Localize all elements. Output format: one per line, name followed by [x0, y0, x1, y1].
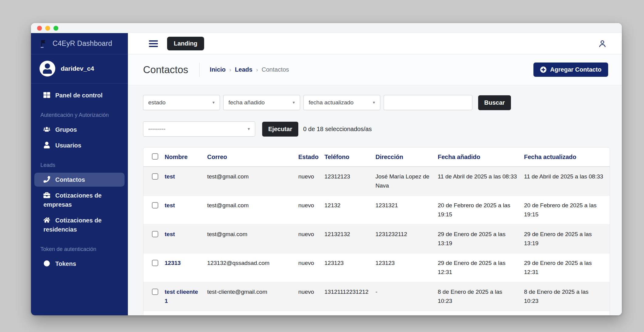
selection-status: 0 de 18 seleccionados/as — [303, 126, 372, 133]
cell-fecha-actualizado: 27 de Diciembre de 2024 a — [524, 311, 610, 316]
contact-name-link[interactable]: test clieente 1 — [165, 289, 198, 304]
account-icon[interactable] — [598, 39, 607, 48]
add-contact-button[interactable]: Agregar Contacto — [533, 63, 608, 77]
contact-name-link[interactable]: test — [165, 202, 175, 208]
filter-fecha-anadido-select[interactable]: fecha añadido ▼ — [223, 95, 300, 110]
minimize-window-button[interactable] — [45, 26, 50, 31]
user-avatar-icon — [39, 61, 55, 76]
chevron-down-icon: ▼ — [292, 100, 296, 105]
table-header-row: Nombre Correo Estado Teléfono Dirección … — [143, 147, 610, 167]
breadcrumb: Inicio › Leads › Contactos — [210, 66, 289, 73]
cell-estado: nuevo — [298, 253, 324, 282]
sidebar-item-label: Cotizaciones de empresas — [43, 192, 101, 208]
row-checkbox[interactable] — [152, 289, 158, 295]
cell-estado: nuevo — [298, 167, 324, 196]
cell-fecha-anadido: 29 de Enero de 2025 a las 12:31 — [438, 253, 524, 282]
cell-estado: nuevo — [298, 196, 324, 225]
page-title: Contactos — [143, 64, 188, 76]
cell-telefono: 123123 — [324, 253, 375, 282]
row-checkbox[interactable] — [152, 231, 158, 237]
cell-direccion: 1231232112 — [375, 225, 438, 253]
table-row: test test@gmail.com nuevo 12312123 José … — [143, 167, 610, 196]
sidebar-item-grupos[interactable]: Grupos — [34, 123, 125, 137]
cell-fecha-actualizado: 29 de Enero de 2025 a las 13:19 — [524, 225, 610, 253]
contact-name-link[interactable]: test — [165, 173, 175, 180]
cell-correo: test@gmail.com — [207, 196, 298, 225]
page-header: Contactos Inicio › Leads › Contactos Agr… — [128, 54, 622, 85]
filter-row: estado ▼ fecha añadido ▼ fecha actualiza… — [143, 95, 610, 110]
cell-estado: nuevo — [298, 311, 324, 316]
contact-name-link[interactable]: test — [165, 231, 175, 237]
app-window: C4EyR Dashboard daridev_c4 Panel de cont… — [31, 23, 622, 315]
filter-fecha-actualizado-select[interactable]: fecha actualizado ▼ — [303, 95, 380, 110]
main-area: Landing Contactos Inicio › Leads — [128, 33, 622, 315]
cell-fecha-anadido: 20 de Febrero de 2025 a las 19:15 — [438, 196, 524, 225]
table-row: test test@gmail.com nuevo 12132 1231321 … — [143, 196, 610, 225]
sidebar-section-leads: Leads — [34, 154, 125, 172]
sidebar-item-cotizaciones-residencias[interactable]: Cotizaciones de residencias — [34, 213, 125, 236]
cell-telefono: 12312123 — [324, 167, 375, 196]
bulk-action-select[interactable]: --------- ▼ — [143, 121, 255, 137]
chevron-down-icon: ▼ — [247, 127, 251, 131]
select-all-cell — [143, 147, 165, 167]
user-panel[interactable]: daridev_c4 — [31, 54, 128, 83]
row-checkbox[interactable] — [152, 260, 158, 266]
contact-name-link[interactable]: 12313 — [165, 260, 181, 266]
sidebar-item-panel-de-control[interactable]: Panel de control — [34, 88, 125, 102]
column-header-estado[interactable]: Estado — [298, 147, 324, 167]
breadcrumb-leads[interactable]: Leads — [235, 66, 252, 73]
user-icon — [43, 142, 51, 148]
maximize-window-button[interactable] — [53, 26, 58, 31]
cell-fecha-actualizado: 20 de Febrero de 2025 a las 19:15 — [524, 196, 610, 225]
users-group-icon — [43, 126, 51, 133]
cell-correo: test-cliente@gmail.com — [207, 282, 298, 311]
cell-fecha-anadido: 8 de Enero de 2025 a las 10:23 — [438, 282, 524, 311]
chevron-down-icon: ▼ — [212, 100, 215, 105]
cell-telefono: 13121112231212 — [324, 282, 375, 311]
cell-telefono: 12132132 — [324, 225, 375, 253]
column-header-direccion[interactable]: Dirección — [375, 147, 438, 167]
row-checkbox[interactable] — [152, 173, 158, 180]
sidebar-item-contactos[interactable]: Contactos — [34, 173, 125, 187]
landing-button[interactable]: Landing — [167, 37, 204, 50]
chevron-down-icon: ▼ — [372, 100, 376, 105]
cell-fecha-actualizado: 8 de Enero de 2025 a las 10:23 — [524, 282, 610, 311]
bulk-action-value: --------- — [148, 126, 166, 132]
header-divider — [199, 63, 200, 77]
brand: C4EyR Dashboard — [31, 33, 128, 54]
table-row: dari dari@gmail.com nuevo 1231313233 27 … — [143, 311, 610, 316]
execute-button[interactable]: Ejecutar — [262, 122, 298, 137]
contacts-table: Nombre Correo Estado Teléfono Dirección … — [143, 147, 610, 315]
select-all-checkbox[interactable] — [152, 153, 158, 160]
column-header-fecha-actualizado[interactable]: Fecha actualizado — [524, 147, 610, 167]
row-checkbox[interactable] — [152, 202, 158, 208]
username: daridev_c4 — [61, 65, 94, 72]
sidebar-section-token: Token de autenticación — [34, 238, 125, 256]
breadcrumb-inicio[interactable]: Inicio — [210, 66, 226, 73]
column-header-correo[interactable]: Correo — [207, 147, 298, 167]
cell-fecha-actualizado: 11 de Abril de 2025 a las 08:33 — [524, 167, 610, 196]
hamburger-menu-icon[interactable] — [149, 40, 158, 47]
cell-estado: nuevo — [298, 225, 324, 253]
sidebar-item-usuarios[interactable]: Usuarios — [34, 138, 125, 152]
column-header-telefono[interactable]: Teléfono — [324, 147, 375, 167]
table-row: test clieente 1 test-cliente@gmail.com n… — [143, 282, 610, 311]
sidebar-item-label: Contactos — [55, 176, 85, 183]
column-header-fecha-anadido[interactable]: Fecha añadido — [438, 147, 524, 167]
cell-direccion: José María Lopez de Nava — [375, 167, 438, 196]
cell-fecha-anadido: 11 de Abril de 2025 a las 08:33 — [438, 167, 524, 196]
cell-fecha-actualizado: 29 de Enero de 2025 a las 12:31 — [524, 253, 610, 282]
sidebar-item-tokens[interactable]: Tokens — [34, 257, 125, 271]
table-row: test test@gmai.com nuevo 12132132 123123… — [143, 225, 610, 253]
content: estado ▼ fecha añadido ▼ fecha actualiza… — [128, 85, 622, 315]
filter-estado-select[interactable]: estado ▼ — [143, 95, 220, 110]
search-input[interactable] — [384, 95, 472, 110]
column-header-nombre[interactable]: Nombre — [165, 147, 207, 167]
close-window-button[interactable] — [37, 26, 42, 31]
cell-direccion: - — [375, 282, 438, 311]
search-button[interactable]: Buscar — [478, 95, 511, 110]
sidebar-item-label: Cotizaciones de residencias — [43, 217, 101, 233]
sidebar: C4EyR Dashboard daridev_c4 Panel de cont… — [31, 33, 128, 315]
sidebar-item-cotizaciones-empresas[interactable]: Cotizaciones de empresas — [34, 188, 125, 212]
breadcrumb-separator: › — [256, 66, 258, 73]
